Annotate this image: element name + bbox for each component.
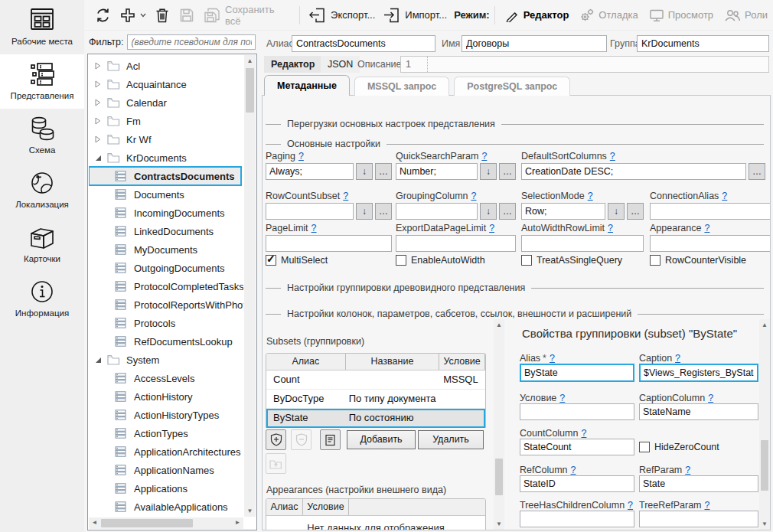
export-button[interactable]: Экспорт... bbox=[305, 4, 379, 27]
quicksearchparam-more-button[interactable]: … bbox=[499, 163, 516, 180]
tree-item[interactable]: ActionHistory bbox=[89, 387, 243, 406]
subset-remove-role-button[interactable] bbox=[291, 429, 311, 450]
tree-item[interactable]: IncomingDocuments bbox=[89, 204, 243, 222]
scroll-thumb[interactable] bbox=[101, 519, 193, 527]
alias-input[interactable] bbox=[292, 35, 435, 52]
prop-treehaschildrencolumn-input[interactable] bbox=[520, 511, 634, 527]
scroll-down-arrow[interactable]: ▼ bbox=[759, 518, 770, 530]
json-toggle[interactable]: JSON bbox=[321, 56, 360, 73]
selectionmode-more-button[interactable]: … bbox=[627, 203, 644, 220]
prop-condition-input[interactable] bbox=[520, 403, 634, 420]
column-header-name[interactable]: Название bbox=[346, 354, 440, 370]
prop-alias-input[interactable] bbox=[520, 364, 634, 382]
prop-captioncolumn-input[interactable] bbox=[639, 403, 758, 420]
help-link[interactable]: ? bbox=[608, 223, 613, 233]
subset-add-button[interactable]: Добавить bbox=[347, 430, 416, 449]
groupingcolumn-dropdown-button[interactable]: ↓ bbox=[480, 203, 497, 220]
hidezerocount-checkbox[interactable]: ✓ HideZeroCount bbox=[639, 442, 758, 452]
tree-item[interactable]: Fm bbox=[89, 112, 243, 130]
help-link[interactable]: ? bbox=[343, 191, 348, 201]
groupingcolumn-more-button[interactable]: … bbox=[499, 203, 516, 220]
expander-icon[interactable] bbox=[95, 62, 107, 70]
option-checkbox[interactable]: ✓ RowCounterVisible bbox=[650, 255, 765, 266]
tab-postgresql-query[interactable]: PostgreSQL запрос bbox=[454, 77, 570, 96]
tab-metadata[interactable]: Метаданные bbox=[264, 75, 350, 96]
defaultsortcolumns-more-button[interactable]: … bbox=[749, 163, 765, 180]
help-link[interactable]: ? bbox=[489, 223, 494, 233]
pagelimit-input[interactable] bbox=[266, 235, 392, 252]
tree-item[interactable]: Applications bbox=[89, 479, 243, 498]
appearance-input[interactable] bbox=[650, 235, 771, 252]
mode-preview[interactable]: Просмотр bbox=[644, 5, 719, 25]
help-link[interactable]: ? bbox=[571, 465, 576, 475]
column-header-alias[interactable]: Алиас bbox=[266, 354, 346, 370]
expander-icon[interactable] bbox=[95, 80, 107, 88]
description-field[interactable]: 1 bbox=[400, 56, 769, 73]
tree-item[interactable]: Acquaintance bbox=[89, 75, 243, 93]
group-input[interactable] bbox=[637, 35, 769, 52]
defaultsortcolumns-input[interactable] bbox=[521, 163, 746, 180]
expander-icon[interactable] bbox=[95, 117, 107, 125]
tree-item[interactable]: ApplicationArchitectures bbox=[89, 442, 243, 461]
help-link[interactable]: ? bbox=[628, 500, 633, 511]
expander-icon[interactable] bbox=[95, 99, 107, 106]
expander-icon[interactable] bbox=[95, 154, 107, 162]
column-header-condition[interactable]: Условие bbox=[439, 354, 485, 370]
tree-item[interactable]: ApplicationNames bbox=[89, 461, 243, 479]
paging-more-button[interactable]: … bbox=[375, 163, 392, 180]
exportdatapagelimit-input[interactable] bbox=[396, 235, 516, 252]
add-button[interactable] bbox=[116, 4, 150, 27]
help-link[interactable]: ? bbox=[704, 223, 709, 233]
tree-item[interactable]: ActionTypes bbox=[89, 424, 243, 442]
checkbox-box[interactable]: ✓ bbox=[639, 442, 650, 452]
scroll-down-arrow[interactable]: ▼ bbox=[494, 518, 504, 530]
prop-refcolumn-input[interactable] bbox=[520, 475, 634, 492]
scroll-up-arrow[interactable]: ▲ bbox=[494, 319, 504, 331]
tab-mssql-query[interactable]: MSSQL запрос bbox=[354, 77, 449, 96]
rowcountsubset-input[interactable] bbox=[266, 203, 354, 220]
option-checkbox[interactable]: ✓ EnableAutoWidth bbox=[396, 255, 521, 266]
properties-scrollbar[interactable]: ▲ ▼ bbox=[759, 319, 770, 530]
rowcountsubset-dropdown-button[interactable]: ↓ bbox=[356, 203, 373, 220]
delete-button[interactable] bbox=[150, 4, 174, 27]
tree-item[interactable]: Acl bbox=[89, 57, 243, 75]
help-link[interactable]: ? bbox=[311, 223, 317, 233]
tree-item[interactable]: ProtocolReportsWithPhot bbox=[89, 295, 243, 314]
checkbox-box[interactable]: ✓ bbox=[521, 255, 532, 266]
scroll-up-arrow[interactable]: ▲ bbox=[244, 55, 256, 67]
scroll-left-arrow[interactable]: ◄ bbox=[89, 517, 100, 529]
tree-item[interactable]: MyDocuments bbox=[89, 240, 243, 259]
help-link[interactable]: ? bbox=[559, 393, 565, 403]
connectionalias-input[interactable] bbox=[650, 203, 771, 220]
mode-editor[interactable]: Редактор bbox=[500, 5, 575, 25]
prop-countcolumn-input[interactable] bbox=[520, 439, 634, 455]
tree-item[interactable]: AvailableApplications bbox=[89, 498, 243, 516]
quicksearchparam-dropdown-button[interactable]: ↓ bbox=[480, 163, 497, 180]
sidebar-item-localization[interactable]: Локализация bbox=[0, 163, 84, 217]
help-link[interactable]: ? bbox=[685, 465, 690, 475]
expander-icon[interactable] bbox=[95, 356, 107, 364]
name-input[interactable] bbox=[462, 35, 607, 52]
tree-item[interactable]: Calendar bbox=[89, 93, 243, 112]
tree-item[interactable]: Kr Wf bbox=[89, 130, 243, 149]
subsets-column-scrollbar[interactable]: ▲ ▼ bbox=[494, 319, 504, 530]
help-link[interactable]: ? bbox=[708, 393, 713, 403]
selectionmode-dropdown-button[interactable]: ↓ bbox=[608, 203, 625, 220]
scroll-right-arrow[interactable]: ► bbox=[232, 517, 243, 529]
mode-debug[interactable]: Отладка bbox=[574, 5, 643, 25]
sidebar-item-workplaces[interactable]: Рабочие места bbox=[0, 0, 84, 54]
tree-horizontal-scrollbar[interactable]: ◄ ► bbox=[89, 517, 243, 529]
subset-row[interactable]: ByDocType По типу документа bbox=[266, 390, 485, 409]
scroll-thumb[interactable] bbox=[246, 68, 254, 113]
sidebar-item-schema[interactable]: Схема bbox=[0, 109, 84, 163]
tree-item[interactable]: ProtocolCompletedTasks bbox=[89, 277, 243, 295]
subset-row[interactable]: Count MSSQL bbox=[266, 370, 485, 390]
tree-item[interactable]: System bbox=[89, 351, 243, 369]
help-link[interactable]: ? bbox=[675, 353, 680, 364]
help-link[interactable]: ? bbox=[298, 151, 304, 162]
tree-item[interactable]: ActionHistoryTypes bbox=[89, 406, 243, 424]
editor-toggle[interactable]: Редактор bbox=[264, 56, 321, 73]
subset-document-button[interactable] bbox=[320, 429, 341, 450]
selectionmode-input[interactable] bbox=[521, 203, 605, 220]
tree-item[interactable]: LinkedDocuments bbox=[89, 222, 243, 240]
